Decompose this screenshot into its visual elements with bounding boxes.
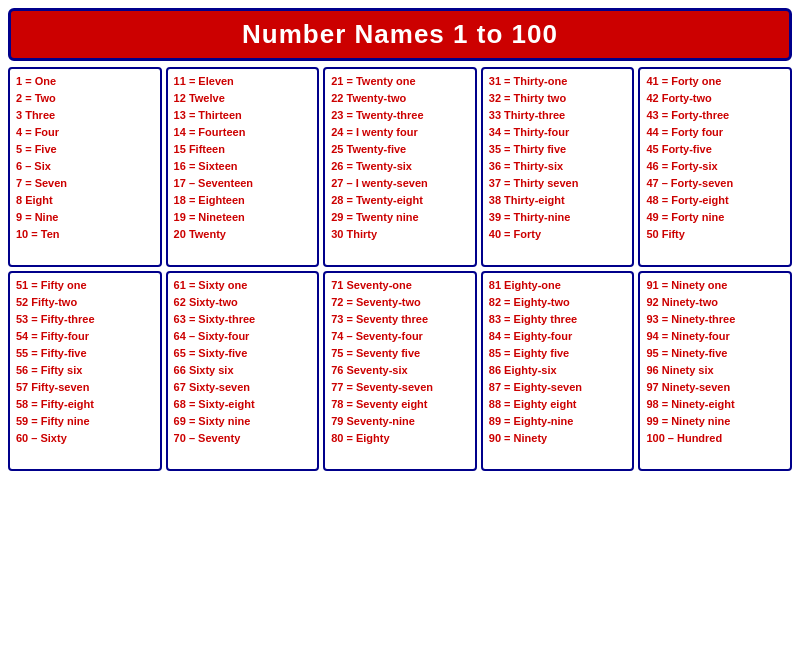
list-item: 86 Eighty-six	[489, 362, 627, 379]
list-item: 36 = Thirty-six	[489, 158, 627, 175]
list-item: 63 = Sixty-three	[174, 311, 312, 328]
list-item: 71 Seventy-one	[331, 277, 469, 294]
list-item: 77 = Seventy-seven	[331, 379, 469, 396]
list-item: 46 = Forty-six	[646, 158, 784, 175]
list-item: 48 = Forty-eight	[646, 192, 784, 209]
list-item: 76 Seventy-six	[331, 362, 469, 379]
list-item: 68 = Sixty-eight	[174, 396, 312, 413]
list-item: 58 = Fifty-eight	[16, 396, 154, 413]
list-item: 15 Fifteen	[174, 141, 312, 158]
list-item: 94 = Ninety-four	[646, 328, 784, 345]
list-item: 45 Forty-five	[646, 141, 784, 158]
list-item: 28 = Twenty-eight	[331, 192, 469, 209]
list-item: 47 – Forty-seven	[646, 175, 784, 192]
list-item: 24 = I wenty four	[331, 124, 469, 141]
list-item: 50 Fifty	[646, 226, 784, 243]
cell-col10: 91 = Ninety one92 Ninety-two93 = Ninety-…	[638, 271, 792, 471]
list-item: 53 = Fifty-three	[16, 311, 154, 328]
list-item: 59 = Fifty nine	[16, 413, 154, 430]
cell-col8: 71 Seventy-one72 = Seventy-two73 = Seven…	[323, 271, 477, 471]
list-item: 8 Eight	[16, 192, 154, 209]
list-item: 18 = Eighteen	[174, 192, 312, 209]
list-item: 16 = Sixteen	[174, 158, 312, 175]
list-item: 82 = Eighty-two	[489, 294, 627, 311]
list-item: 88 = Eighty eight	[489, 396, 627, 413]
list-item: 72 = Seventy-two	[331, 294, 469, 311]
list-item: 91 = Ninety one	[646, 277, 784, 294]
list-item: 55 = Fifty-five	[16, 345, 154, 362]
list-item: 97 Ninety-seven	[646, 379, 784, 396]
list-item: 61 = Sixty one	[174, 277, 312, 294]
list-item: 44 = Forty four	[646, 124, 784, 141]
list-item: 99 = Ninety nine	[646, 413, 784, 430]
list-item: 43 = Forty-three	[646, 107, 784, 124]
list-item: 70 – Seventy	[174, 430, 312, 447]
list-item: 75 = Seventy five	[331, 345, 469, 362]
list-item: 35 = Thirty five	[489, 141, 627, 158]
cell-col5: 41 = Forty one42 Forty-two43 = Forty-thr…	[638, 67, 792, 267]
list-item: 92 Ninety-two	[646, 294, 784, 311]
list-item: 90 = Ninety	[489, 430, 627, 447]
list-item: 95 = Ninety-five	[646, 345, 784, 362]
list-item: 66 Sixty six	[174, 362, 312, 379]
cell-col4: 31 = Thirty-one32 = Thirty two33 Thirty-…	[481, 67, 635, 267]
list-item: 21 = Twenty one	[331, 73, 469, 90]
list-item: 38 Thirty-eight	[489, 192, 627, 209]
number-grid: 1 = One2 = Two3 Three4 = Four5 = Five6 –…	[8, 67, 792, 471]
list-item: 17 – Seventeen	[174, 175, 312, 192]
list-item: 85 = Eighty five	[489, 345, 627, 362]
list-item: 25 Twenty-five	[331, 141, 469, 158]
list-item: 89 = Eighty-nine	[489, 413, 627, 430]
list-item: 81 Eighty-one	[489, 277, 627, 294]
list-item: 31 = Thirty-one	[489, 73, 627, 90]
cell-col2: 11 = Eleven12 Twelve13 = Thirteen14 = Fo…	[166, 67, 320, 267]
list-item: 51 = Fifty one	[16, 277, 154, 294]
list-item: 5 = Five	[16, 141, 154, 158]
list-item: 83 = Eighty three	[489, 311, 627, 328]
list-item: 6 – Six	[16, 158, 154, 175]
list-item: 4 = Four	[16, 124, 154, 141]
list-item: 80 = Eighty	[331, 430, 469, 447]
list-item: 54 = Fifty-four	[16, 328, 154, 345]
list-item: 2 = Two	[16, 90, 154, 107]
title-bar: Number Names 1 to 100	[8, 8, 792, 61]
list-item: 30 Thirty	[331, 226, 469, 243]
list-item: 93 = Ninety-three	[646, 311, 784, 328]
list-item: 96 Ninety six	[646, 362, 784, 379]
list-item: 33 Thirty-three	[489, 107, 627, 124]
list-item: 27 – I wenty-seven	[331, 175, 469, 192]
list-item: 62 Sixty-two	[174, 294, 312, 311]
list-item: 22 Twenty-two	[331, 90, 469, 107]
list-item: 12 Twelve	[174, 90, 312, 107]
list-item: 37 = Thirty seven	[489, 175, 627, 192]
list-item: 87 = Eighty-seven	[489, 379, 627, 396]
list-item: 56 = Fifty six	[16, 362, 154, 379]
list-item: 64 – Sixty-four	[174, 328, 312, 345]
list-item: 57 Fifty-seven	[16, 379, 154, 396]
list-item: 84 = Eighty-four	[489, 328, 627, 345]
cell-col3: 21 = Twenty one22 Twenty-two23 = Twenty-…	[323, 67, 477, 267]
cell-col1: 1 = One2 = Two3 Three4 = Four5 = Five6 –…	[8, 67, 162, 267]
list-item: 11 = Eleven	[174, 73, 312, 90]
list-item: 3 Three	[16, 107, 154, 124]
list-item: 69 = Sixty nine	[174, 413, 312, 430]
list-item: 23 = Twenty-three	[331, 107, 469, 124]
list-item: 13 = Thirteen	[174, 107, 312, 124]
list-item: 60 – Sixty	[16, 430, 154, 447]
list-item: 19 = Nineteen	[174, 209, 312, 226]
list-item: 41 = Forty one	[646, 73, 784, 90]
page-title: Number Names 1 to 100	[11, 19, 789, 50]
list-item: 7 = Seven	[16, 175, 154, 192]
list-item: 67 Sixty-seven	[174, 379, 312, 396]
list-item: 65 = Sixty-five	[174, 345, 312, 362]
list-item: 14 = Fourteen	[174, 124, 312, 141]
list-item: 73 = Seventy three	[331, 311, 469, 328]
list-item: 74 – Seventy-four	[331, 328, 469, 345]
list-item: 29 = Twenty nine	[331, 209, 469, 226]
list-item: 98 = Ninety-eight	[646, 396, 784, 413]
list-item: 100 – Hundred	[646, 430, 784, 447]
list-item: 32 = Thirty two	[489, 90, 627, 107]
cell-col7: 61 = Sixty one62 Sixty-two63 = Sixty-thr…	[166, 271, 320, 471]
list-item: 42 Forty-two	[646, 90, 784, 107]
cell-col6: 51 = Fifty one52 Fifty-two53 = Fifty-thr…	[8, 271, 162, 471]
